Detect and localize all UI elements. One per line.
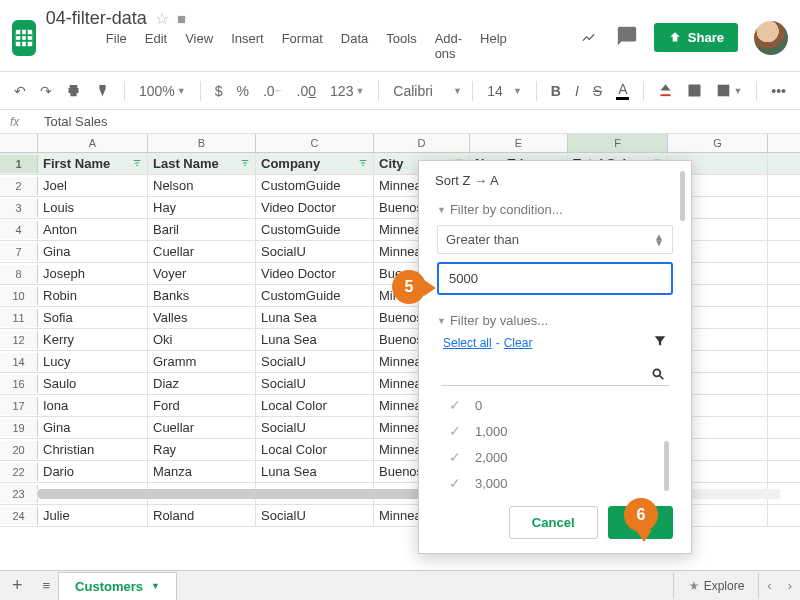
header-cell[interactable]: Last Name: [148, 153, 256, 174]
font-dropdown[interactable]: Calibri▼: [389, 80, 462, 102]
values-scrollbar[interactable]: [664, 441, 669, 491]
cell[interactable]: SocialU: [256, 351, 374, 372]
menu-help[interactable]: Help: [480, 31, 507, 61]
folder-icon[interactable]: ■: [177, 10, 186, 27]
cell[interactable]: Baril: [148, 219, 256, 240]
cell[interactable]: Sofia: [38, 307, 148, 328]
star-icon[interactable]: ☆: [155, 9, 169, 28]
col-header[interactable]: C: [256, 134, 374, 152]
funnel-icon[interactable]: [653, 334, 667, 351]
col-header[interactable]: D: [374, 134, 470, 152]
currency-button[interactable]: $: [211, 80, 227, 102]
redo-icon[interactable]: ↷: [36, 80, 56, 102]
cell[interactable]: Oki: [148, 329, 256, 350]
explore-button[interactable]: Explore: [673, 573, 760, 599]
filter-value-item[interactable]: ✓2,000: [419, 444, 691, 470]
cell[interactable]: Valles: [148, 307, 256, 328]
cell[interactable]: Local Color: [256, 395, 374, 416]
cell[interactable]: Video Doctor: [256, 263, 374, 284]
filter-icon[interactable]: [132, 156, 142, 171]
zoom-dropdown[interactable]: 100%▼: [135, 80, 190, 102]
filter-by-condition-section[interactable]: ▼Filter by condition...: [419, 194, 691, 221]
strike-button[interactable]: S: [589, 80, 606, 102]
cell[interactable]: Voyer: [148, 263, 256, 284]
cell[interactable]: Kerry: [38, 329, 148, 350]
cell[interactable]: Saulo: [38, 373, 148, 394]
cell[interactable]: Banks: [148, 285, 256, 306]
cell[interactable]: Gina: [38, 417, 148, 438]
cell[interactable]: Video Doctor: [256, 197, 374, 218]
col-header[interactable]: G: [668, 134, 768, 152]
trend-icon[interactable]: [577, 27, 600, 48]
col-header[interactable]: E: [470, 134, 568, 152]
undo-icon[interactable]: ↶: [10, 80, 30, 102]
header-cell[interactable]: First Name: [38, 153, 148, 174]
text-color-button[interactable]: A: [612, 78, 633, 103]
italic-button[interactable]: I: [571, 80, 583, 102]
cell[interactable]: Christian: [38, 439, 148, 460]
merge-button[interactable]: ▼: [712, 80, 746, 101]
toolbar-more-button[interactable]: •••: [767, 80, 790, 102]
avatar[interactable]: [754, 21, 788, 55]
cell[interactable]: Ford: [148, 395, 256, 416]
cell[interactable]: Louis: [38, 197, 148, 218]
menu-insert[interactable]: Insert: [231, 31, 264, 61]
chevron-left-icon[interactable]: ‹: [759, 578, 779, 593]
cell[interactable]: CustomGuide: [256, 175, 374, 196]
menu-data[interactable]: Data: [341, 31, 368, 61]
paint-icon[interactable]: [91, 80, 114, 101]
filter-icon[interactable]: [358, 156, 368, 171]
font-size-dropdown[interactable]: 14▼: [483, 80, 526, 102]
number-format-dropdown[interactable]: 123▼: [326, 80, 368, 102]
cell[interactable]: Nelson: [148, 175, 256, 196]
cell[interactable]: Julie: [38, 505, 148, 526]
menu-file[interactable]: File: [106, 31, 127, 61]
dec-decrease-button[interactable]: .0←: [259, 80, 287, 102]
bold-button[interactable]: B: [547, 80, 565, 102]
all-sheets-button[interactable]: ≡: [35, 578, 59, 593]
document-name[interactable]: 04-filter-data: [46, 8, 147, 29]
cell[interactable]: Cuellar: [148, 417, 256, 438]
filter-by-values-section[interactable]: ▼Filter by values...: [419, 305, 691, 332]
menu-view[interactable]: View: [185, 31, 213, 61]
cell[interactable]: Lucy: [38, 351, 148, 372]
menu-tools[interactable]: Tools: [386, 31, 416, 61]
chevron-right-icon[interactable]: ›: [780, 578, 800, 593]
fill-color-button[interactable]: [654, 80, 677, 101]
cell[interactable]: Iona: [38, 395, 148, 416]
cell[interactable]: SocialU: [256, 417, 374, 438]
values-search-input[interactable]: [441, 363, 669, 386]
condition-dropdown[interactable]: Greater than ▲▼: [437, 225, 673, 254]
cell[interactable]: Cuellar: [148, 241, 256, 262]
cell[interactable]: Manza: [148, 461, 256, 482]
cell[interactable]: Robin: [38, 285, 148, 306]
cell[interactable]: Hay: [148, 197, 256, 218]
filter-icon[interactable]: [240, 156, 250, 171]
col-header[interactable]: B: [148, 134, 256, 152]
filter-value-item[interactable]: ✓3,000: [419, 470, 691, 496]
menu-addons[interactable]: Add-ons: [435, 31, 462, 61]
cell[interactable]: CustomGuide: [256, 219, 374, 240]
filter-value-item[interactable]: ✓1,000: [419, 418, 691, 444]
panel-scrollbar[interactable]: [680, 171, 685, 493]
cell[interactable]: Gramm: [148, 351, 256, 372]
cell[interactable]: Joseph: [38, 263, 148, 284]
sheets-logo-icon[interactable]: [12, 20, 36, 56]
print-icon[interactable]: [62, 80, 85, 101]
menu-edit[interactable]: Edit: [145, 31, 167, 61]
clear-link[interactable]: Clear: [504, 336, 533, 350]
cell[interactable]: Diaz: [148, 373, 256, 394]
header-cell[interactable]: Company: [256, 153, 374, 174]
cell[interactable]: CustomGuide: [256, 285, 374, 306]
comment-icon[interactable]: [616, 25, 638, 50]
cell[interactable]: Roland: [148, 505, 256, 526]
cancel-button[interactable]: Cancel: [509, 506, 598, 539]
menu-format[interactable]: Format: [282, 31, 323, 61]
cell[interactable]: Luna Sea: [256, 461, 374, 482]
sheet-tab[interactable]: Customers▼: [58, 572, 177, 600]
cell[interactable]: Ray: [148, 439, 256, 460]
cell[interactable]: Local Color: [256, 439, 374, 460]
formula-value[interactable]: Total Sales: [34, 114, 108, 129]
cell[interactable]: Dario: [38, 461, 148, 482]
percent-button[interactable]: %: [232, 80, 252, 102]
